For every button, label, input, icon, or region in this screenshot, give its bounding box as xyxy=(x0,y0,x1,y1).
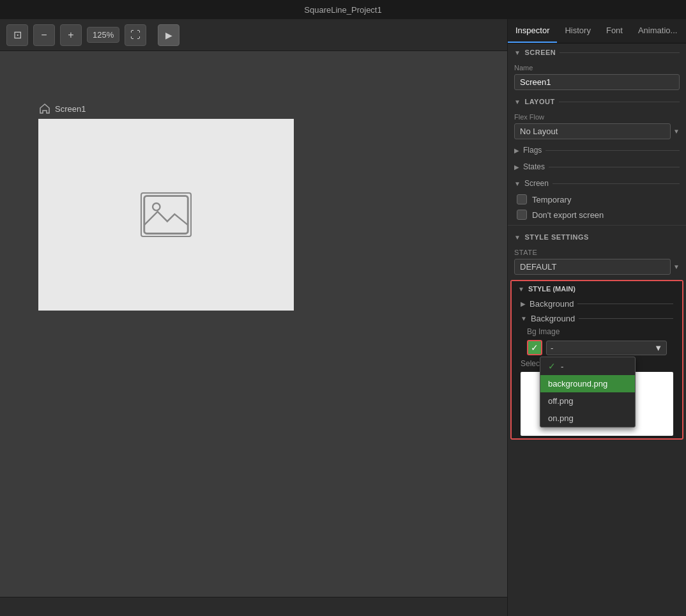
background-expanded-divider xyxy=(579,318,673,319)
canvas-content: Screen1 xyxy=(0,51,507,597)
separator-1 xyxy=(508,225,686,226)
fit-button[interactable]: ⊡ xyxy=(6,24,28,46)
zoom-out-button[interactable]: − xyxy=(33,24,55,46)
screen-sub-arrow: ▼ xyxy=(514,180,521,187)
screen-name-label: Screen1 xyxy=(55,104,86,114)
state-field-label: STATE xyxy=(514,249,680,256)
zoom-in-button[interactable]: + xyxy=(60,24,82,46)
screen-label-row: Screen1 xyxy=(38,102,294,115)
flags-arrow: ▶ xyxy=(514,147,519,154)
screen-frame[interactable] xyxy=(38,119,294,311)
dont-export-checkbox[interactable] xyxy=(517,210,527,220)
fullscreen-button[interactable]: ⛶ xyxy=(125,24,146,46)
tab-history[interactable]: History xyxy=(557,19,598,43)
green-check-button[interactable]: ✓ xyxy=(527,340,542,355)
tab-inspector[interactable]: Inspector xyxy=(508,19,557,43)
flags-section-header[interactable]: ▶ Flags xyxy=(508,142,686,158)
states-label: States xyxy=(523,162,545,171)
states-divider xyxy=(549,167,680,167)
on-png-label: on.png xyxy=(548,413,574,423)
layout-section-arrow: ▼ xyxy=(514,98,521,105)
play-button[interactable]: ▶ xyxy=(158,24,179,46)
style-main-box: ▼ STYLE (MAIN) ▶ Background ▼ Background… xyxy=(510,280,683,440)
dropdown-item-off-png[interactable]: off.png xyxy=(540,392,635,410)
state-field-row: STATE DEFAULT PRESSED FOCUSED DISABLED C… xyxy=(508,246,686,277)
dont-export-label: Don't export screen xyxy=(532,210,604,220)
img-dropdown[interactable]: - ▼ xyxy=(546,341,667,355)
zoom-level-display[interactable]: 125% xyxy=(87,27,119,43)
flex-flow-select-row: No Layout Row Column Row Wrap Column Wra… xyxy=(514,123,680,139)
style-main-header: ▼ STYLE (MAIN) xyxy=(512,281,682,296)
placeholder-svg xyxy=(142,192,190,237)
screen-sub-divider xyxy=(553,183,680,184)
temporary-label: Temporary xyxy=(532,195,571,204)
state-select-arrow: ▼ xyxy=(673,263,680,270)
tab-animation[interactable]: Animatio... xyxy=(630,19,685,43)
background-expanded-arrow: ▼ xyxy=(521,315,527,322)
background-png-label: background.png xyxy=(548,379,607,389)
background-collapsed-divider xyxy=(577,304,673,304)
flex-flow-arrow: ▼ xyxy=(673,128,680,135)
dont-export-checkbox-row: Don't export screen xyxy=(508,207,686,222)
screen-section-arrow: ▼ xyxy=(514,49,521,56)
screen-section-title: SCREEN xyxy=(524,49,556,56)
style-main-title: STYLE (MAIN) xyxy=(528,285,575,293)
bg-image-label: Bg Image xyxy=(512,326,682,337)
img-dropdown-arrow: ▼ xyxy=(654,343,662,353)
img-select-row: ✓ - ▼ ✓ - background.png off.png xyxy=(512,337,682,358)
image-placeholder-icon xyxy=(141,192,192,237)
states-section-header[interactable]: ▶ States xyxy=(508,158,686,175)
layout-divider xyxy=(559,102,680,102)
style-settings-header: ▼ STYLE SETTINGS xyxy=(508,228,686,246)
temporary-checkbox[interactable] xyxy=(517,194,527,204)
dash-option-label: - xyxy=(561,362,563,371)
background-expanded-row[interactable]: ▼ Background xyxy=(512,311,682,326)
flex-flow-field-row: Flex Flow No Layout Row Column Row Wrap … xyxy=(508,111,686,142)
style-settings-arrow: ▼ xyxy=(514,234,521,241)
name-field-label: Name xyxy=(514,64,680,72)
tab-font[interactable]: Font xyxy=(598,19,630,43)
background-expanded-label: Background xyxy=(531,314,575,323)
background-collapsed-label: Background xyxy=(530,299,574,309)
screen-container: Screen1 xyxy=(38,102,294,311)
canvas-area: ⊡ − + 125% ⛶ ▶ Screen1 xyxy=(0,19,507,616)
state-select-row: DEFAULT PRESSED FOCUSED DISABLED CHECKED… xyxy=(514,259,680,275)
name-field-input[interactable] xyxy=(514,74,680,90)
svg-rect-0 xyxy=(144,196,188,234)
svg-point-1 xyxy=(153,203,160,210)
flags-label: Flags xyxy=(523,146,542,155)
dropdown-item-dash[interactable]: ✓ - xyxy=(540,357,635,375)
app-title: SquareLine_Project1 xyxy=(304,5,381,15)
dash-checkmark: ✓ xyxy=(548,361,556,371)
layout-section-header[interactable]: ▼ Layout xyxy=(508,93,686,111)
toolbar: ⊡ − + 125% ⛶ ▶ xyxy=(0,19,507,51)
states-arrow: ▶ xyxy=(514,164,519,171)
style-main-arrow: ▼ xyxy=(518,286,524,293)
screen-section-header: ▼ SCREEN xyxy=(508,43,686,61)
canvas-bottom xyxy=(0,597,507,616)
flags-divider xyxy=(545,150,680,151)
state-select[interactable]: DEFAULT PRESSED FOCUSED DISABLED CHECKED xyxy=(514,259,671,275)
screen-sub-section-header[interactable]: ▼ Screen xyxy=(508,175,686,192)
temporary-checkbox-row: Temporary xyxy=(508,192,686,207)
background-collapsed-arrow: ▶ xyxy=(521,300,526,307)
img-dropdown-menu: ✓ - background.png off.png on.png xyxy=(540,357,636,427)
screen-divider xyxy=(560,52,680,53)
dropdown-item-on-png[interactable]: on.png xyxy=(540,410,635,427)
layout-section-title: Layout xyxy=(524,98,554,105)
style-settings-title: STYLE SETTINGS xyxy=(524,233,589,241)
main-layout: ⊡ − + 125% ⛶ ▶ Screen1 xyxy=(0,19,686,616)
screen-sub-label: Screen xyxy=(524,179,549,188)
dropdown-item-background-png[interactable]: background.png xyxy=(540,375,635,392)
background-collapsed-row[interactable]: ▶ Background xyxy=(512,296,682,311)
name-field-row: Name xyxy=(508,61,686,93)
off-png-label: off.png xyxy=(548,396,574,406)
panel-tabs: Inspector History Font Animatio... xyxy=(508,19,686,43)
right-panel: Inspector History Font Animatio... ▼ SCR… xyxy=(507,19,686,616)
home-icon xyxy=(38,102,51,115)
flex-flow-label: Flex Flow xyxy=(514,113,680,121)
title-bar: SquareLine_Project1 xyxy=(0,0,686,19)
img-dropdown-value: - xyxy=(551,343,553,353)
flex-flow-select[interactable]: No Layout Row Column Row Wrap Column Wra… xyxy=(514,123,671,139)
